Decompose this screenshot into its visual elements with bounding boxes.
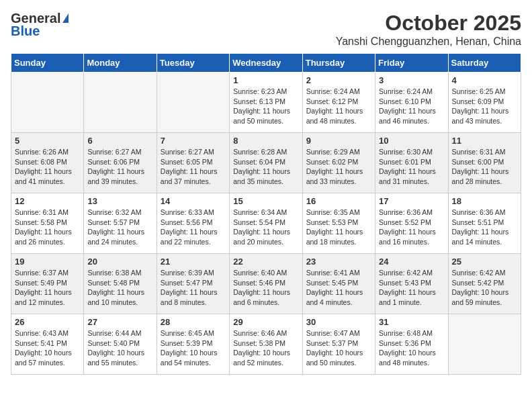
day-number: 23 xyxy=(306,257,371,267)
calendar-cell: 21Sunrise: 6:39 AM Sunset: 5:47 PM Dayli… xyxy=(157,254,229,314)
day-number: 2 xyxy=(306,75,371,85)
calendar-week-1: 1Sunrise: 6:23 AM Sunset: 6:13 PM Daylig… xyxy=(11,73,521,133)
day-number: 4 xyxy=(452,75,517,85)
day-number: 8 xyxy=(233,136,298,146)
day-info: Sunrise: 6:31 AM Sunset: 5:58 PM Dayligh… xyxy=(15,208,80,247)
day-number: 24 xyxy=(379,257,444,267)
day-number: 7 xyxy=(161,136,226,146)
day-info: Sunrise: 6:27 AM Sunset: 6:06 PM Dayligh… xyxy=(87,147,152,187)
calendar-cell: 28Sunrise: 6:45 AM Sunset: 5:39 PM Dayli… xyxy=(157,314,229,375)
calendar-cell: 8Sunrise: 6:28 AM Sunset: 6:04 PM Daylig… xyxy=(230,133,302,193)
calendar-week-5: 26Sunrise: 6:43 AM Sunset: 5:41 PM Dayli… xyxy=(11,314,521,375)
calendar-cell: 16Sunrise: 6:35 AM Sunset: 5:53 PM Dayli… xyxy=(302,193,375,254)
day-info: Sunrise: 6:40 AM Sunset: 5:46 PM Dayligh… xyxy=(233,268,298,308)
day-info: Sunrise: 6:23 AM Sunset: 6:13 PM Dayligh… xyxy=(233,87,298,126)
day-number: 1 xyxy=(233,75,298,85)
calendar-week-2: 5Sunrise: 6:26 AM Sunset: 6:08 PM Daylig… xyxy=(11,133,521,193)
day-info: Sunrise: 6:35 AM Sunset: 5:53 PM Dayligh… xyxy=(306,208,371,247)
calendar-cell: 2Sunrise: 6:24 AM Sunset: 6:12 PM Daylig… xyxy=(302,73,375,133)
day-number: 3 xyxy=(379,75,444,85)
day-info: Sunrise: 6:33 AM Sunset: 5:56 PM Dayligh… xyxy=(161,208,226,247)
day-number: 25 xyxy=(452,257,517,267)
day-info: Sunrise: 6:47 AM Sunset: 5:37 PM Dayligh… xyxy=(306,328,371,368)
day-info: Sunrise: 6:26 AM Sunset: 6:08 PM Dayligh… xyxy=(15,147,80,187)
day-info: Sunrise: 6:36 AM Sunset: 5:52 PM Dayligh… xyxy=(379,208,444,247)
logo-triangle-icon xyxy=(62,13,69,23)
calendar-cell: 14Sunrise: 6:33 AM Sunset: 5:56 PM Dayli… xyxy=(157,193,229,254)
day-info: Sunrise: 6:31 AM Sunset: 6:00 PM Dayligh… xyxy=(452,147,517,187)
weekday-header-row: SundayMondayTuesdayWednesdayThursdayFrid… xyxy=(11,54,521,73)
day-number: 15 xyxy=(233,196,298,206)
calendar-cell: 7Sunrise: 6:27 AM Sunset: 6:05 PM Daylig… xyxy=(157,133,229,193)
day-info: Sunrise: 6:41 AM Sunset: 5:45 PM Dayligh… xyxy=(306,268,371,308)
day-info: Sunrise: 6:38 AM Sunset: 5:48 PM Dayligh… xyxy=(87,268,152,308)
weekday-header-saturday: Saturday xyxy=(448,54,521,73)
page-header: General Blue October 2025 Yanshi Chenggu… xyxy=(11,11,521,48)
day-info: Sunrise: 6:25 AM Sunset: 6:09 PM Dayligh… xyxy=(452,87,517,126)
calendar-cell: 13Sunrise: 6:32 AM Sunset: 5:57 PM Dayli… xyxy=(84,193,157,254)
day-number: 18 xyxy=(452,196,517,206)
calendar-cell: 20Sunrise: 6:38 AM Sunset: 5:48 PM Dayli… xyxy=(84,254,157,314)
day-info: Sunrise: 6:46 AM Sunset: 5:38 PM Dayligh… xyxy=(233,328,298,368)
day-info: Sunrise: 6:32 AM Sunset: 5:57 PM Dayligh… xyxy=(87,208,152,247)
day-number: 31 xyxy=(379,317,444,327)
calendar-cell xyxy=(448,314,521,375)
day-number: 14 xyxy=(161,196,226,206)
weekday-header-thursday: Thursday xyxy=(302,54,375,73)
weekday-header-sunday: Sunday xyxy=(11,54,84,73)
day-info: Sunrise: 6:24 AM Sunset: 6:10 PM Dayligh… xyxy=(379,87,444,126)
calendar-cell: 19Sunrise: 6:37 AM Sunset: 5:49 PM Dayli… xyxy=(11,254,84,314)
logo-blue: Blue xyxy=(11,24,40,39)
calendar-week-3: 12Sunrise: 6:31 AM Sunset: 5:58 PM Dayli… xyxy=(11,193,521,254)
calendar-cell: 6Sunrise: 6:27 AM Sunset: 6:06 PM Daylig… xyxy=(84,133,157,193)
weekday-header-monday: Monday xyxy=(84,54,157,73)
calendar-cell: 27Sunrise: 6:44 AM Sunset: 5:40 PM Dayli… xyxy=(84,314,157,375)
logo: General Blue xyxy=(11,11,69,39)
month-title: October 2025 xyxy=(336,11,521,36)
day-number: 11 xyxy=(452,136,517,146)
day-number: 22 xyxy=(233,257,298,267)
calendar-cell: 9Sunrise: 6:29 AM Sunset: 6:02 PM Daylig… xyxy=(302,133,375,193)
weekday-header-tuesday: Tuesday xyxy=(157,54,229,73)
calendar-cell: 4Sunrise: 6:25 AM Sunset: 6:09 PM Daylig… xyxy=(448,73,521,133)
day-number: 12 xyxy=(15,196,80,206)
day-number: 20 xyxy=(87,257,152,267)
calendar-cell: 5Sunrise: 6:26 AM Sunset: 6:08 PM Daylig… xyxy=(11,133,84,193)
calendar-cell: 10Sunrise: 6:30 AM Sunset: 6:01 PM Dayli… xyxy=(375,133,448,193)
day-info: Sunrise: 6:34 AM Sunset: 5:54 PM Dayligh… xyxy=(233,208,298,247)
calendar-table: SundayMondayTuesdayWednesdayThursdayFrid… xyxy=(11,53,521,375)
day-number: 6 xyxy=(87,136,152,146)
calendar-cell xyxy=(157,73,229,133)
day-info: Sunrise: 6:45 AM Sunset: 5:39 PM Dayligh… xyxy=(161,328,226,368)
day-info: Sunrise: 6:43 AM Sunset: 5:41 PM Dayligh… xyxy=(15,328,80,368)
day-number: 21 xyxy=(161,257,226,267)
calendar-cell: 3Sunrise: 6:24 AM Sunset: 6:10 PM Daylig… xyxy=(375,73,448,133)
title-block: October 2025 Yanshi Chengguanzhen, Henan… xyxy=(336,11,521,48)
calendar-cell: 1Sunrise: 6:23 AM Sunset: 6:13 PM Daylig… xyxy=(230,73,302,133)
location: Yanshi Chengguanzhen, Henan, China xyxy=(336,36,521,48)
day-info: Sunrise: 6:24 AM Sunset: 6:12 PM Dayligh… xyxy=(306,87,371,126)
day-info: Sunrise: 6:48 AM Sunset: 5:36 PM Dayligh… xyxy=(379,328,444,368)
day-number: 10 xyxy=(379,136,444,146)
calendar-cell: 12Sunrise: 6:31 AM Sunset: 5:58 PM Dayli… xyxy=(11,193,84,254)
day-number: 28 xyxy=(161,317,226,327)
day-info: Sunrise: 6:29 AM Sunset: 6:02 PM Dayligh… xyxy=(306,147,371,187)
day-info: Sunrise: 6:44 AM Sunset: 5:40 PM Dayligh… xyxy=(87,328,152,368)
day-number: 19 xyxy=(15,257,80,267)
day-info: Sunrise: 6:28 AM Sunset: 6:04 PM Dayligh… xyxy=(233,147,298,187)
day-number: 13 xyxy=(87,196,152,206)
day-number: 29 xyxy=(233,317,298,327)
day-info: Sunrise: 6:39 AM Sunset: 5:47 PM Dayligh… xyxy=(161,268,226,308)
day-info: Sunrise: 6:42 AM Sunset: 5:42 PM Dayligh… xyxy=(452,268,517,308)
calendar-cell: 23Sunrise: 6:41 AM Sunset: 5:45 PM Dayli… xyxy=(302,254,375,314)
calendar-cell: 30Sunrise: 6:47 AM Sunset: 5:37 PM Dayli… xyxy=(302,314,375,375)
calendar-cell: 18Sunrise: 6:36 AM Sunset: 5:51 PM Dayli… xyxy=(448,193,521,254)
day-number: 9 xyxy=(306,136,371,146)
calendar-cell xyxy=(11,73,84,133)
calendar-cell: 24Sunrise: 6:42 AM Sunset: 5:43 PM Dayli… xyxy=(375,254,448,314)
day-number: 17 xyxy=(379,196,444,206)
calendar-cell: 25Sunrise: 6:42 AM Sunset: 5:42 PM Dayli… xyxy=(448,254,521,314)
day-number: 16 xyxy=(306,196,371,206)
weekday-header-friday: Friday xyxy=(375,54,448,73)
day-number: 26 xyxy=(15,317,80,327)
